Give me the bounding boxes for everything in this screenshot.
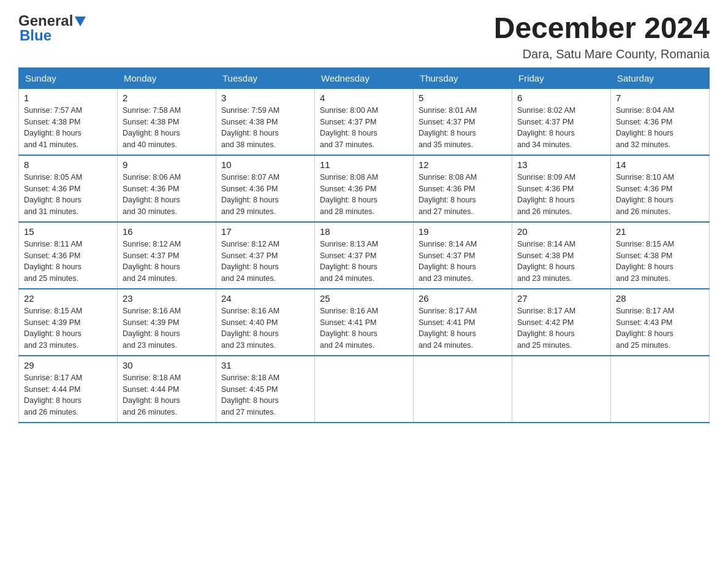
day-info: Sunrise: 8:06 AM Sunset: 4:36 PM Dayligh… bbox=[123, 172, 211, 218]
day-number: 10 bbox=[221, 159, 309, 170]
day-info: Sunrise: 8:15 AM Sunset: 4:38 PM Dayligh… bbox=[616, 239, 704, 285]
calendar-header-friday: Friday bbox=[512, 67, 611, 88]
week-row-5: 29 Sunrise: 8:17 AM Sunset: 4:44 PM Dayl… bbox=[19, 356, 710, 423]
calendar-cell: 27 Sunrise: 8:17 AM Sunset: 4:42 PM Dayl… bbox=[512, 289, 611, 356]
calendar-cell: 13 Sunrise: 8:09 AM Sunset: 4:36 PM Dayl… bbox=[512, 155, 611, 222]
day-info: Sunrise: 8:16 AM Sunset: 4:39 PM Dayligh… bbox=[123, 305, 211, 351]
calendar-cell bbox=[611, 356, 710, 423]
calendar-cell: 7 Sunrise: 8:04 AM Sunset: 4:36 PM Dayli… bbox=[611, 88, 710, 155]
week-row-4: 22 Sunrise: 8:15 AM Sunset: 4:39 PM Dayl… bbox=[19, 289, 710, 356]
day-number: 18 bbox=[320, 226, 408, 237]
calendar-cell bbox=[414, 356, 512, 423]
calendar-cell: 3 Sunrise: 7:59 AM Sunset: 4:38 PM Dayli… bbox=[216, 88, 315, 155]
day-info: Sunrise: 8:16 AM Sunset: 4:41 PM Dayligh… bbox=[320, 305, 408, 351]
day-number: 16 bbox=[123, 226, 211, 237]
calendar-cell: 28 Sunrise: 8:17 AM Sunset: 4:43 PM Dayl… bbox=[611, 289, 710, 356]
day-info: Sunrise: 8:18 AM Sunset: 4:44 PM Dayligh… bbox=[123, 372, 211, 418]
day-number: 28 bbox=[616, 293, 704, 304]
calendar-cell: 10 Sunrise: 8:07 AM Sunset: 4:36 PM Dayl… bbox=[216, 155, 315, 222]
day-number: 15 bbox=[24, 226, 112, 237]
day-number: 22 bbox=[24, 293, 112, 304]
calendar-cell: 21 Sunrise: 8:15 AM Sunset: 4:38 PM Dayl… bbox=[611, 222, 710, 289]
calendar-cell: 8 Sunrise: 8:05 AM Sunset: 4:36 PM Dayli… bbox=[19, 155, 118, 222]
calendar-cell: 24 Sunrise: 8:16 AM Sunset: 4:40 PM Dayl… bbox=[216, 289, 315, 356]
day-info: Sunrise: 8:00 AM Sunset: 4:37 PM Dayligh… bbox=[320, 105, 408, 151]
page-header: General Blue December 2024 Dara, Satu Ma… bbox=[18, 12, 710, 61]
day-number: 31 bbox=[221, 360, 309, 370]
calendar-header-sunday: Sunday bbox=[19, 67, 118, 88]
calendar-cell: 19 Sunrise: 8:14 AM Sunset: 4:37 PM Dayl… bbox=[414, 222, 512, 289]
day-number: 11 bbox=[320, 159, 408, 170]
calendar-table: SundayMondayTuesdayWednesdayThursdayFrid… bbox=[18, 67, 710, 423]
calendar-header-tuesday: Tuesday bbox=[216, 67, 315, 88]
day-info: Sunrise: 8:04 AM Sunset: 4:36 PM Dayligh… bbox=[616, 105, 704, 151]
day-info: Sunrise: 8:15 AM Sunset: 4:39 PM Dayligh… bbox=[24, 305, 112, 351]
day-info: Sunrise: 8:14 AM Sunset: 4:37 PM Dayligh… bbox=[419, 239, 507, 285]
logo-arrow-icon bbox=[75, 17, 86, 26]
day-info: Sunrise: 8:08 AM Sunset: 4:36 PM Dayligh… bbox=[320, 172, 408, 218]
calendar-cell: 5 Sunrise: 8:01 AM Sunset: 4:37 PM Dayli… bbox=[414, 88, 512, 155]
month-title: December 2024 bbox=[494, 12, 710, 45]
calendar-header-saturday: Saturday bbox=[611, 67, 710, 88]
day-number: 29 bbox=[24, 360, 112, 370]
day-number: 13 bbox=[517, 159, 605, 170]
calendar-cell: 30 Sunrise: 8:18 AM Sunset: 4:44 PM Dayl… bbox=[118, 356, 216, 423]
location-title: Dara, Satu Mare County, Romania bbox=[494, 47, 710, 61]
week-row-2: 8 Sunrise: 8:05 AM Sunset: 4:36 PM Dayli… bbox=[19, 155, 710, 222]
day-info: Sunrise: 8:08 AM Sunset: 4:36 PM Dayligh… bbox=[419, 172, 507, 218]
day-number: 26 bbox=[419, 293, 507, 304]
day-number: 19 bbox=[419, 226, 507, 237]
calendar-cell: 6 Sunrise: 8:02 AM Sunset: 4:37 PM Dayli… bbox=[512, 88, 611, 155]
calendar-cell: 11 Sunrise: 8:08 AM Sunset: 4:36 PM Dayl… bbox=[315, 155, 414, 222]
calendar-cell: 14 Sunrise: 8:10 AM Sunset: 4:36 PM Dayl… bbox=[611, 155, 710, 222]
day-number: 1 bbox=[24, 93, 112, 103]
day-info: Sunrise: 8:17 AM Sunset: 4:41 PM Dayligh… bbox=[419, 305, 507, 351]
day-number: 25 bbox=[320, 293, 408, 304]
day-number: 30 bbox=[123, 360, 211, 370]
day-info: Sunrise: 8:14 AM Sunset: 4:38 PM Dayligh… bbox=[517, 239, 605, 285]
calendar-header-monday: Monday bbox=[118, 67, 216, 88]
title-block: December 2024 Dara, Satu Mare County, Ro… bbox=[494, 12, 710, 61]
day-info: Sunrise: 8:02 AM Sunset: 4:37 PM Dayligh… bbox=[517, 105, 605, 151]
week-row-1: 1 Sunrise: 7:57 AM Sunset: 4:38 PM Dayli… bbox=[19, 88, 710, 155]
day-number: 12 bbox=[419, 159, 507, 170]
calendar-cell: 4 Sunrise: 8:00 AM Sunset: 4:37 PM Dayli… bbox=[315, 88, 414, 155]
day-number: 5 bbox=[419, 93, 507, 103]
calendar-cell: 26 Sunrise: 8:17 AM Sunset: 4:41 PM Dayl… bbox=[414, 289, 512, 356]
logo: General Blue bbox=[18, 12, 86, 44]
day-info: Sunrise: 8:09 AM Sunset: 4:36 PM Dayligh… bbox=[517, 172, 605, 218]
calendar-cell: 31 Sunrise: 8:18 AM Sunset: 4:45 PM Dayl… bbox=[216, 356, 315, 423]
calendar-cell: 15 Sunrise: 8:11 AM Sunset: 4:36 PM Dayl… bbox=[19, 222, 118, 289]
calendar-cell: 23 Sunrise: 8:16 AM Sunset: 4:39 PM Dayl… bbox=[118, 289, 216, 356]
day-info: Sunrise: 8:16 AM Sunset: 4:40 PM Dayligh… bbox=[221, 305, 309, 351]
day-info: Sunrise: 7:58 AM Sunset: 4:38 PM Dayligh… bbox=[123, 105, 211, 151]
day-number: 6 bbox=[517, 93, 605, 103]
calendar-header-thursday: Thursday bbox=[414, 67, 512, 88]
day-info: Sunrise: 7:57 AM Sunset: 4:38 PM Dayligh… bbox=[24, 105, 112, 151]
day-info: Sunrise: 8:17 AM Sunset: 4:44 PM Dayligh… bbox=[24, 372, 112, 418]
day-number: 2 bbox=[123, 93, 211, 103]
day-info: Sunrise: 8:17 AM Sunset: 4:42 PM Dayligh… bbox=[517, 305, 605, 351]
day-info: Sunrise: 8:13 AM Sunset: 4:37 PM Dayligh… bbox=[320, 239, 408, 285]
calendar-cell: 18 Sunrise: 8:13 AM Sunset: 4:37 PM Dayl… bbox=[315, 222, 414, 289]
calendar-cell: 29 Sunrise: 8:17 AM Sunset: 4:44 PM Dayl… bbox=[19, 356, 118, 423]
day-number: 8 bbox=[24, 159, 112, 170]
calendar-cell: 1 Sunrise: 7:57 AM Sunset: 4:38 PM Dayli… bbox=[19, 88, 118, 155]
calendar-cell: 2 Sunrise: 7:58 AM Sunset: 4:38 PM Dayli… bbox=[118, 88, 216, 155]
day-number: 7 bbox=[616, 93, 704, 103]
day-number: 3 bbox=[221, 93, 309, 103]
day-info: Sunrise: 8:12 AM Sunset: 4:37 PM Dayligh… bbox=[221, 239, 309, 285]
calendar-header-wednesday: Wednesday bbox=[315, 67, 414, 88]
calendar-cell: 9 Sunrise: 8:06 AM Sunset: 4:36 PM Dayli… bbox=[118, 155, 216, 222]
day-number: 9 bbox=[123, 159, 211, 170]
day-number: 27 bbox=[517, 293, 605, 304]
calendar-cell: 20 Sunrise: 8:14 AM Sunset: 4:38 PM Dayl… bbox=[512, 222, 611, 289]
day-number: 24 bbox=[221, 293, 309, 304]
day-info: Sunrise: 8:12 AM Sunset: 4:37 PM Dayligh… bbox=[123, 239, 211, 285]
calendar-header-row: SundayMondayTuesdayWednesdayThursdayFrid… bbox=[19, 67, 710, 88]
calendar-cell bbox=[315, 356, 414, 423]
calendar-cell bbox=[512, 356, 611, 423]
day-info: Sunrise: 8:11 AM Sunset: 4:36 PM Dayligh… bbox=[24, 239, 112, 285]
day-number: 21 bbox=[616, 226, 704, 237]
day-info: Sunrise: 8:10 AM Sunset: 4:36 PM Dayligh… bbox=[616, 172, 704, 218]
